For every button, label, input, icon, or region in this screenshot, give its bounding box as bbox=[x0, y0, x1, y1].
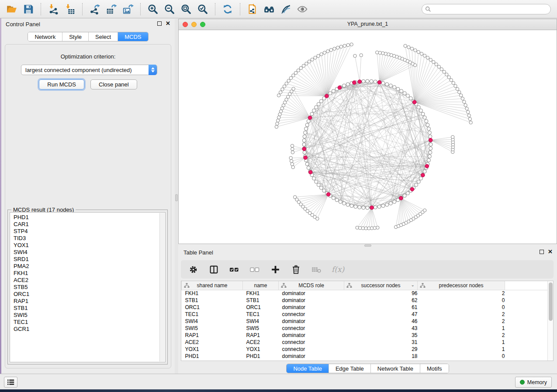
column-header[interactable]: MCDS role bbox=[279, 281, 344, 290]
column-type-icon bbox=[420, 283, 426, 288]
tab-network-table[interactable]: Network Table bbox=[370, 364, 420, 373]
column-header[interactable]: name bbox=[243, 281, 279, 290]
save-session-button[interactable] bbox=[21, 2, 36, 17]
table-row[interactable]: STB1STB1dominator620 bbox=[182, 297, 548, 304]
optimization-criterion-select[interactable]: largest connected component (undirected) bbox=[21, 65, 157, 75]
table-panel: Table Panel ✕ bbox=[178, 247, 557, 374]
zoom-in-button[interactable] bbox=[145, 2, 160, 17]
open-session-button[interactable] bbox=[4, 2, 19, 17]
tab-network[interactable]: Network bbox=[28, 32, 62, 41]
plus-icon bbox=[271, 265, 280, 274]
table-row[interactable]: TEC1TEC1connector472 bbox=[182, 311, 548, 318]
table-options-button[interactable] bbox=[188, 264, 198, 275]
search-network-button[interactable] bbox=[262, 2, 277, 17]
show-hide-panel-button[interactable] bbox=[295, 2, 310, 17]
main-toolbar bbox=[0, 0, 557, 18]
list-item[interactable]: YOX1 bbox=[10, 242, 159, 249]
export-image-button[interactable] bbox=[121, 2, 135, 17]
export-table-button[interactable] bbox=[104, 2, 119, 17]
search-input[interactable] bbox=[431, 5, 550, 14]
list-item[interactable]: ORC1 bbox=[10, 291, 159, 298]
list-item[interactable]: TID3 bbox=[10, 235, 159, 242]
tab-motifs[interactable]: Motifs bbox=[420, 364, 449, 373]
add-column-button[interactable] bbox=[270, 264, 280, 275]
list-item[interactable]: TEC1 bbox=[10, 319, 159, 326]
tab-select[interactable]: Select bbox=[88, 32, 118, 41]
function-builder-button[interactable]: f(x) bbox=[332, 265, 344, 274]
toolbar-separator bbox=[240, 3, 240, 15]
table-row[interactable]: YOX1YOX1connector291 bbox=[182, 346, 548, 353]
table-row[interactable]: PHD1PHD1dominator180 bbox=[182, 353, 548, 360]
close-panel-icon[interactable]: ✕ bbox=[548, 249, 553, 254]
horizontal-splitter[interactable] bbox=[178, 244, 557, 247]
column-header[interactable]: predecessor nodes bbox=[418, 281, 505, 290]
table-row[interactable]: SWI4SWI4dominator462 bbox=[182, 318, 548, 325]
table-scrollbar[interactable] bbox=[547, 281, 553, 361]
list-item[interactable]: ACE2 bbox=[10, 277, 159, 284]
tab-style[interactable]: Style bbox=[62, 32, 88, 41]
zoom-out-button[interactable] bbox=[162, 2, 177, 17]
table-header-row: shared namenameMCDS rolesuccessor nodes⌄… bbox=[182, 281, 548, 290]
search-icon bbox=[425, 6, 431, 12]
import-table-button[interactable] bbox=[62, 2, 77, 17]
export-network-button[interactable] bbox=[87, 2, 102, 17]
table-row[interactable]: SWI5SWI5connector431 bbox=[182, 325, 548, 332]
list-item[interactable]: PMA2 bbox=[10, 263, 159, 270]
close-panel-button[interactable]: Close panel bbox=[90, 79, 137, 89]
tab-mcds[interactable]: MCDS bbox=[118, 32, 148, 41]
column-header[interactable]: successor nodes⌄ bbox=[344, 281, 418, 290]
new-network-from-selection-button[interactable] bbox=[245, 2, 260, 17]
run-mcds-button[interactable]: Run MCDS bbox=[39, 79, 84, 89]
list-item[interactable]: STP4 bbox=[10, 228, 159, 235]
toggle-graphics-details-button[interactable] bbox=[278, 2, 293, 17]
mcds-list-scrollbar[interactable] bbox=[159, 213, 165, 361]
scrollbar-thumb[interactable] bbox=[549, 282, 553, 321]
tab-edge-table[interactable]: Edge Table bbox=[329, 364, 370, 373]
zoom-selected-icon bbox=[197, 3, 208, 15]
refresh-layout-button[interactable] bbox=[220, 2, 235, 17]
close-panel-icon[interactable]: ✕ bbox=[166, 21, 170, 26]
select-all-button[interactable] bbox=[229, 264, 239, 275]
list-item[interactable]: STB1 bbox=[10, 305, 159, 312]
panel-menu-button[interactable] bbox=[4, 377, 17, 388]
import-network-button[interactable] bbox=[46, 2, 61, 17]
table-row[interactable]: ACE2ACE2connector311 bbox=[182, 339, 548, 346]
list-item[interactable]: RAP1 bbox=[10, 298, 159, 305]
unselect-all-icon bbox=[249, 265, 260, 274]
list-item[interactable]: SWI4 bbox=[10, 249, 159, 256]
splitter-grip[interactable] bbox=[364, 244, 371, 247]
table-row[interactable]: RAP1RAP1dominator352 bbox=[182, 332, 548, 339]
vertical-splitter[interactable] bbox=[175, 19, 178, 374]
table-row[interactable]: FKH1FKH1dominator962 bbox=[182, 290, 548, 297]
sort-descending-icon: ⌄ bbox=[411, 282, 415, 287]
mcds-result-groupbox: MCDS result (17 nodes) PHD1CAR1STP4TID3Y… bbox=[7, 210, 168, 364]
list-item[interactable]: GCR1 bbox=[10, 326, 159, 333]
zoom-selected-button[interactable] bbox=[195, 2, 210, 17]
zoom-in-icon bbox=[147, 3, 159, 15]
list-item[interactable]: SRD1 bbox=[10, 256, 159, 263]
tab-node-table[interactable]: Node Table bbox=[287, 364, 329, 373]
network-canvas[interactable] bbox=[179, 30, 557, 244]
float-panel-icon[interactable] bbox=[157, 21, 162, 26]
list-item[interactable]: STB5 bbox=[10, 284, 159, 291]
columns-icon bbox=[209, 265, 218, 274]
float-panel-icon[interactable] bbox=[540, 250, 544, 254]
show-columns-button[interactable] bbox=[208, 264, 219, 275]
unselect-all-button[interactable] bbox=[249, 264, 260, 275]
network-view-window: YPA_prune.txt_1 bbox=[178, 19, 557, 244]
delete-table-button[interactable] bbox=[311, 264, 322, 275]
column-type-icon bbox=[281, 283, 287, 288]
table-row[interactable]: ORC1ORC1dominator610 bbox=[182, 304, 548, 311]
list-item[interactable]: SWI5 bbox=[10, 312, 159, 319]
zoom-fit-button[interactable] bbox=[179, 2, 194, 17]
delete-column-button[interactable] bbox=[291, 264, 301, 275]
table-toolbar: f(x) bbox=[181, 260, 554, 279]
splitter-grip[interactable] bbox=[175, 194, 178, 201]
memory-button[interactable]: Memory bbox=[515, 377, 552, 388]
list-item[interactable]: PHD1 bbox=[10, 214, 159, 221]
search-field bbox=[422, 4, 551, 14]
list-item[interactable]: FKH1 bbox=[10, 270, 159, 277]
column-header[interactable]: shared name bbox=[182, 281, 243, 290]
column-type-icon bbox=[184, 283, 190, 288]
list-item[interactable]: CAR1 bbox=[10, 221, 159, 228]
